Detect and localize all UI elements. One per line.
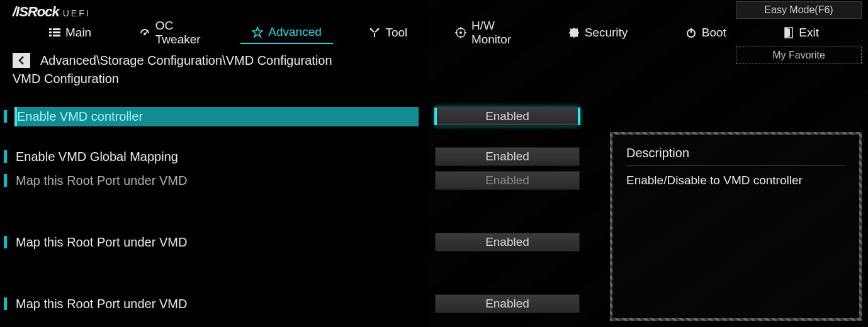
back-button[interactable]: [13, 53, 30, 68]
svg-point-8: [370, 28, 372, 30]
list-icon: [49, 28, 60, 38]
setting-label: Enable VMD controller: [16, 107, 419, 126]
nav-boot[interactable]: Boot: [674, 22, 738, 43]
setting-label: Enable VMD Global Mapping: [16, 150, 419, 164]
svg-rect-1: [53, 28, 60, 30]
value-text: Enabled: [485, 109, 529, 123]
my-favorite-label: My Favorite: [772, 50, 825, 61]
nav-security-label: Security: [585, 26, 628, 40]
setting-value[interactable]: Enabled: [435, 233, 580, 252]
nav-main[interactable]: Main: [38, 22, 103, 43]
nav-exit[interactable]: Exit: [772, 22, 830, 43]
description-title: Description: [626, 146, 845, 166]
value-text: Enabled: [485, 235, 529, 249]
row-marker-icon: [4, 236, 7, 248]
setting-label: Map this Root Port under VMD: [16, 174, 419, 188]
description-body: Enable/Disable to VMD controller: [626, 174, 845, 187]
setting-value[interactable]: Enabled: [435, 171, 580, 190]
brand-logo: /ISRock UEFI: [13, 4, 91, 20]
nav-security[interactable]: Security: [557, 22, 640, 43]
value-text: Enabled: [485, 297, 529, 311]
breadcrumb: Advanced\Storage Configuration\VMD Confi…: [40, 53, 332, 68]
svg-rect-5: [53, 35, 60, 36]
target-icon: [455, 27, 466, 38]
svg-point-9: [378, 28, 380, 30]
easy-mode-label: Easy Mode(F6): [764, 4, 833, 16]
nav-exit-label: Exit: [799, 26, 819, 40]
setting-label: Map this Root Port under VMD: [16, 235, 419, 250]
badge-icon: [568, 27, 580, 38]
top-nav: Main OC Tweaker Advanced Tool H/W Monito…: [0, 19, 868, 49]
svg-rect-0: [49, 28, 52, 30]
nav-main-label: Main: [65, 26, 91, 40]
nav-boot-label: Boot: [702, 26, 726, 40]
star-icon: [252, 26, 263, 38]
door-icon: [784, 27, 794, 38]
nav-hw-label: H/W Monitor: [471, 19, 521, 47]
setting-value[interactable]: Enabled: [435, 147, 580, 166]
wrench-icon: [369, 27, 380, 38]
svg-line-7: [145, 31, 147, 34]
nav-hw-monitor[interactable]: H/W Monitor: [444, 15, 532, 50]
gauge-icon: [139, 28, 150, 38]
header-bar: /ISRock UEFI Easy Mode(F6): [0, 0, 868, 19]
row-marker-icon: [4, 174, 7, 187]
row-marker-icon: [4, 150, 7, 163]
nav-oc-label: OC Tweaker: [155, 19, 205, 47]
description-panel: Description Enable/Disable to VMD contro…: [610, 132, 862, 321]
setting-label: Map this Root Port under VMD: [16, 297, 419, 311]
row-marker-icon: [4, 110, 7, 123]
brand-sub-text: UEFI: [63, 8, 91, 18]
nav-oc-tweaker[interactable]: OC Tweaker: [128, 15, 216, 50]
svg-rect-4: [49, 35, 52, 36]
chevron-left-icon: [18, 56, 25, 65]
value-text: Enabled: [485, 150, 529, 164]
nav-advanced[interactable]: Advanced: [240, 21, 333, 44]
row-marker-icon: [4, 297, 7, 310]
svg-rect-2: [49, 31, 52, 33]
brand-text: /ISRock: [13, 4, 59, 20]
value-text: Enabled: [485, 174, 529, 187]
nav-advanced-label: Advanced: [268, 25, 322, 39]
svg-rect-3: [53, 31, 60, 33]
svg-point-15: [459, 31, 462, 34]
easy-mode-button[interactable]: Easy Mode(F6): [736, 1, 862, 19]
setting-row[interactable]: Enable VMD controller Enabled: [0, 105, 855, 128]
nav-tool[interactable]: Tool: [358, 22, 419, 43]
setting-value[interactable]: Enabled: [435, 294, 580, 313]
my-favorite-button[interactable]: My Favorite: [736, 47, 862, 64]
setting-value[interactable]: Enabled: [435, 107, 580, 126]
power-icon: [685, 27, 697, 38]
section-title: VMD Configuration: [0, 68, 868, 92]
nav-tool-label: Tool: [385, 26, 407, 40]
